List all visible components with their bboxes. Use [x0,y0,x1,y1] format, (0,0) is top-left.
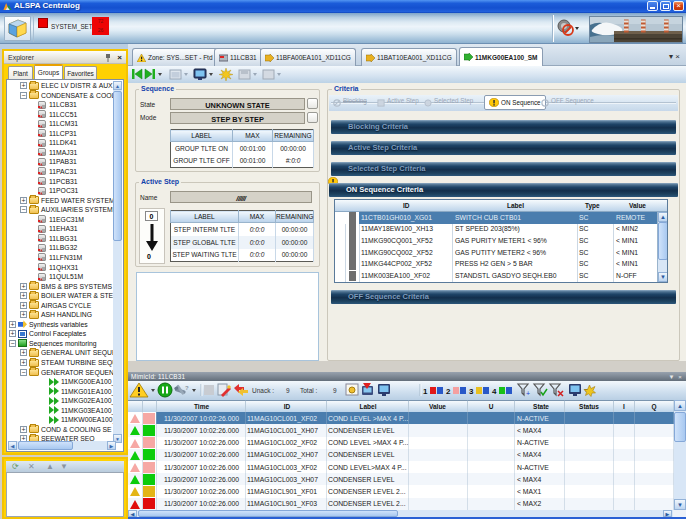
svg-text:Unack :: Unack : [252,387,274,394]
svg-text:?: ? [185,385,189,391]
svg-text:9: 9 [333,387,337,394]
svg-text:3: 3 [469,387,474,396]
svg-text:2: 2 [446,387,451,396]
svg-text:9: 9 [286,387,290,394]
svg-text:Total :: Total : [300,387,318,394]
svg-text:+: + [526,390,530,397]
svg-text:1: 1 [423,387,428,396]
svg-text:4: 4 [492,387,497,396]
